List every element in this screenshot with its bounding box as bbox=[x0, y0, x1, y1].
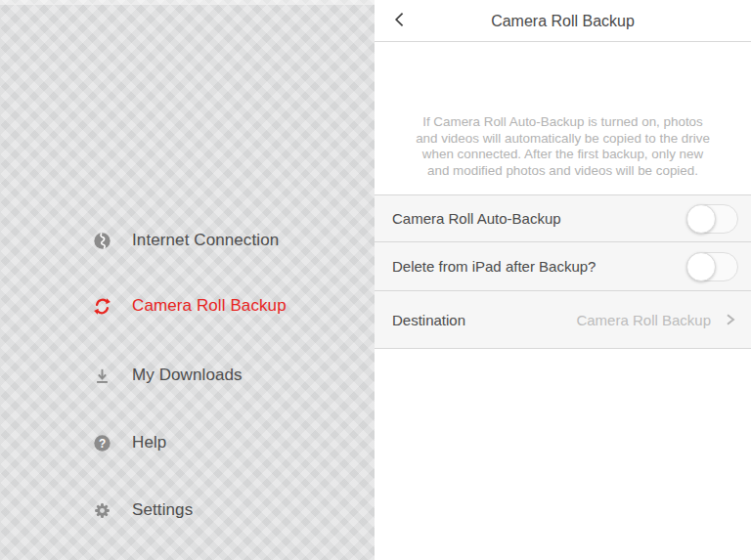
delete-after-backup-toggle[interactable] bbox=[686, 252, 738, 281]
row-delete-after-backup: Delete from iPad after Backup? bbox=[375, 242, 751, 291]
toggle-knob bbox=[686, 204, 716, 234]
chevron-right-icon bbox=[723, 312, 738, 327]
sidebar-item-camera-roll-backup[interactable]: Camera Roll Backup bbox=[0, 290, 375, 322]
sidebar-item-label: Internet Connection bbox=[132, 231, 279, 250]
row-label: Delete from iPad after Backup? bbox=[392, 258, 686, 275]
sidebar-item-help[interactable]: ? Help bbox=[0, 427, 375, 458]
sidebar: Internet Connection Camera Roll Backup bbox=[0, 0, 375, 560]
settings-list: Camera Roll Auto-Backup Delete from iPad… bbox=[375, 194, 751, 349]
backup-description: If Camera Roll Auto-Backup is turned on,… bbox=[375, 114, 751, 179]
globe-icon bbox=[92, 231, 111, 250]
row-destination[interactable]: Destination Camera Roll Backup bbox=[375, 291, 751, 349]
back-button[interactable] bbox=[387, 9, 413, 34]
sidebar-item-internet-connection[interactable]: Internet Connection bbox=[0, 225, 375, 256]
download-icon bbox=[92, 366, 111, 385]
row-camera-roll-auto-backup: Camera Roll Auto-Backup bbox=[375, 195, 751, 242]
sidebar-item-label: Help bbox=[132, 433, 166, 452]
gear-icon bbox=[92, 500, 111, 520]
detail-panel: Camera Roll Backup If Camera Roll Auto-B… bbox=[375, 0, 751, 560]
row-label: Destination bbox=[392, 312, 576, 328]
sync-icon bbox=[92, 296, 111, 316]
app-window: Internet Connection Camera Roll Backup bbox=[0, 0, 751, 560]
sidebar-item-settings[interactable]: Settings bbox=[0, 495, 375, 526]
help-icon: ? bbox=[92, 433, 111, 452]
destination-value: Camera Roll Backup bbox=[576, 312, 711, 328]
page-title: Camera Roll Backup bbox=[375, 0, 751, 42]
auto-backup-toggle[interactable] bbox=[686, 204, 738, 234]
sidebar-item-label: Camera Roll Backup bbox=[132, 296, 287, 316]
toggle-knob bbox=[686, 252, 716, 281]
panel-header: Camera Roll Backup bbox=[375, 0, 751, 42]
row-label: Camera Roll Auto-Backup bbox=[392, 210, 686, 227]
sidebar-item-label: Settings bbox=[132, 500, 193, 520]
chevron-left-icon bbox=[390, 10, 410, 33]
sidebar-item-my-downloads[interactable]: My Downloads bbox=[0, 360, 375, 391]
sidebar-item-label: My Downloads bbox=[132, 366, 243, 385]
svg-text:?: ? bbox=[98, 436, 105, 450]
